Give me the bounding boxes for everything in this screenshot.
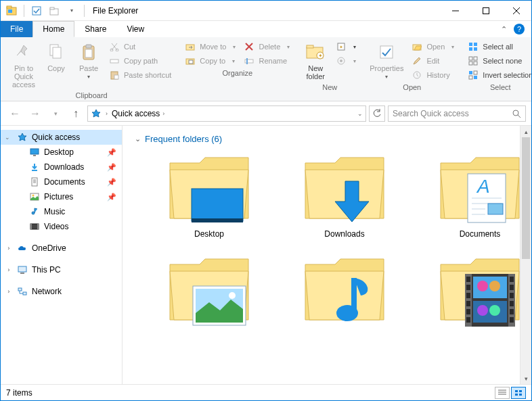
tree-onedrive[interactable]: ⌄OneDrive [1,241,122,256]
copy-to-button[interactable]: Copy to▾ [182,54,238,68]
tree-music[interactable]: Music [1,204,122,219]
home-tab[interactable]: Home [32,21,74,37]
open-button[interactable]: Open▾ [409,40,457,53]
ribbon: Pin to Quick access Copy Paste ▾ Cut Cop… [1,37,531,101]
svg-rect-63 [20,273,24,274]
svg-rect-67 [192,218,243,222]
svg-point-95 [477,281,488,291]
maximize-button[interactable] [470,1,501,20]
minimize-button[interactable] [440,1,470,20]
expand-icon[interactable]: ⌄ [4,289,11,294]
scroll-thumb[interactable] [522,137,530,259]
svg-rect-84 [466,293,470,298]
tree-desktop[interactable]: Desktop📌 [1,145,122,160]
scroll-up-button[interactable]: ▴ [520,126,531,137]
tree-pictures[interactable]: Pictures📌 [1,189,122,204]
large-icons-view-button[interactable] [511,387,526,399]
tree-this-pc[interactable]: ⌄This PC [1,262,122,277]
svg-rect-11 [53,47,61,58]
svg-rect-92 [510,309,514,314]
folder-tile-music[interactable] [284,252,405,327]
expand-icon[interactable]: ⌄ [5,134,10,141]
svg-rect-7 [483,7,489,14]
tree-videos[interactable]: Videos [1,219,122,234]
paste-shortcut-icon [109,70,120,80]
window-title: File Explorer [93,6,138,16]
easy-access-button[interactable]: ▾ [333,54,359,68]
vertical-scrollbar[interactable]: ▴ ▾ [520,126,531,384]
new-item-icon: ✦ [336,41,347,52]
pin-to-quick-access-button[interactable]: Pin to Quick access [9,40,39,90]
rename-icon [244,55,254,66]
view-tab[interactable]: View [116,21,154,37]
svg-rect-26 [307,45,313,48]
move-to-button[interactable]: Move to▾ [182,40,238,53]
svg-text:✦: ✦ [318,53,323,59]
svg-text:✦: ✦ [339,45,343,49]
scroll-down-button[interactable]: ▾ [520,373,531,384]
properties-button[interactable]: Properties ▾ [367,40,406,81]
breadcrumb-segment[interactable]: Quick access› [112,109,164,118]
expand-icon[interactable]: ⌄ [4,245,11,251]
svg-rect-47 [474,76,477,79]
invert-selection-button[interactable]: Invert selection [465,68,532,82]
search-box[interactable]: Search Quick access [388,105,526,122]
address-dropdown-icon[interactable]: ⌄ [357,110,363,117]
svg-rect-38 [469,47,472,51]
share-tab[interactable]: Share [74,21,116,37]
select-all-button[interactable]: Select all [465,40,532,53]
folder-icon-desktop [166,151,252,225]
up-button[interactable]: ↑ [67,105,85,122]
paste-shortcut-button[interactable]: Paste shortcut [106,68,174,82]
recent-locations-dropdown[interactable]: ▾ [47,105,64,122]
file-tab[interactable]: File [1,21,32,37]
section-header[interactable]: ⌄ Frequent folders (6) [135,133,519,151]
paste-button[interactable]: Paste ▾ [74,40,104,81]
cut-button[interactable]: Cut [106,40,174,53]
edit-button[interactable]: Edit [409,54,457,68]
ribbon-tabbar: File Home Share View ⌃ ? [1,21,531,37]
tree-network[interactable]: ⌄Network [1,284,122,299]
onedrive-icon [17,243,28,254]
forward-button[interactable]: → [26,105,44,122]
new-folder-button[interactable]: ✦ New folder [301,40,330,82]
qat-customize-dropdown[interactable]: ▾ [64,3,80,18]
help-icon[interactable]: ? [514,24,525,34]
details-view-button[interactable] [495,387,510,399]
svg-rect-39 [474,47,477,51]
svg-rect-41 [474,57,477,60]
copy-button[interactable]: Copy [41,40,71,74]
folder-tile-documents[interactable]: A Documents [419,151,531,239]
select-none-button[interactable]: Select none [465,54,532,68]
qat-properties-icon[interactable] [28,3,45,18]
folder-tile-videos[interactable] [419,252,531,327]
tree-documents[interactable]: Documents📌 [1,174,122,189]
history-button[interactable]: History [409,68,457,82]
tree-downloads[interactable]: Downloads📌 [1,160,122,174]
quick-access-toolbar: ▾ [1,3,90,18]
delete-button[interactable]: Delete▾ [241,40,292,53]
expand-icon[interactable]: ⌄ [4,267,11,273]
address-bar[interactable]: › Quick access› ⌄ [87,105,366,122]
svg-rect-44 [469,71,472,74]
svg-rect-40 [469,57,472,60]
folder-tile-desktop[interactable]: Desktop [148,151,270,239]
delete-icon [244,41,254,52]
refresh-button[interactable] [369,105,385,122]
folder-tile-downloads[interactable]: Downloads [284,151,405,239]
explorer-app-icon[interactable] [3,3,20,18]
history-icon [412,70,422,80]
close-button[interactable] [501,1,531,20]
titlebar: ▾ File Explorer [1,1,531,21]
rename-button[interactable]: Rename [241,54,292,68]
folder-tile-pictures[interactable] [148,252,270,327]
new-item-button[interactable]: ✦▾ [333,40,359,53]
qat-new-folder-icon[interactable] [46,3,62,18]
tree-quick-access[interactable]: ⌄ Quick access [1,130,122,145]
back-button[interactable]: ← [6,105,24,122]
copy-path-button[interactable]: Copy path [106,54,174,68]
ribbon-collapse-icon[interactable]: ⌃ [501,25,507,34]
easy-access-icon [336,55,347,66]
chevron-down-icon: ⌄ [135,135,141,143]
search-placeholder: Search Quick access [393,109,469,118]
